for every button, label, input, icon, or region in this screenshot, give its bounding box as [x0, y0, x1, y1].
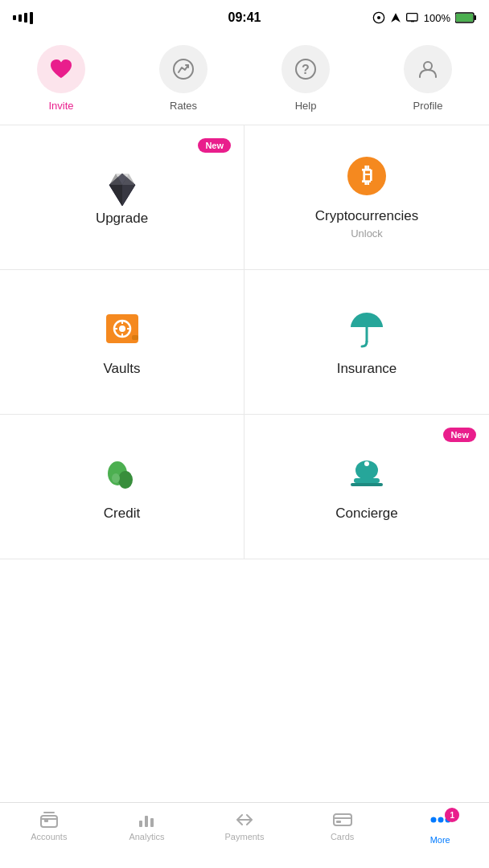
grid-cell-credit[interactable]: Credit [0, 415, 244, 559]
invite-circle [37, 45, 85, 93]
credit-icon [101, 452, 143, 494]
vault-icon [101, 308, 143, 350]
grid-cell-crypto[interactable]: ₿ Cryptocurrencies Unlock [244, 125, 489, 270]
concierge-title: Concierge [335, 506, 398, 522]
insurance-title: Insurance [337, 361, 397, 377]
main-grid: New Upgrade ₿ Cryptocurrencies Unlock [0, 125, 489, 559]
signal-bar-2 [18, 14, 22, 22]
grid-cell-insurance[interactable]: Insurance [244, 270, 489, 415]
svg-rect-33 [354, 478, 380, 483]
more-badge: 1 [445, 808, 459, 822]
status-time: 09:41 [228, 10, 261, 25]
svg-rect-3 [406, 14, 417, 21]
svg-text:₿: ₿ [362, 163, 372, 187]
cards-icon [332, 811, 353, 829]
rates-icon [172, 58, 195, 80]
svg-marker-2 [391, 13, 401, 23]
nav-more[interactable]: 1 More [391, 809, 489, 845]
profile-label: Profile [413, 100, 443, 112]
nav-accounts[interactable]: Accounts [0, 809, 98, 841]
svg-rect-4 [411, 21, 414, 22]
svg-rect-34 [351, 483, 383, 486]
help-icon: ? [294, 58, 317, 80]
accounts-label: Accounts [31, 832, 67, 841]
crypto-title: Cryptocurrencies [315, 208, 419, 224]
svg-text:?: ? [302, 63, 310, 76]
help-label: Help [295, 100, 317, 112]
help-circle: ? [281, 45, 330, 93]
svg-rect-44 [336, 821, 341, 823]
status-bar: 09:41 100% [0, 0, 489, 35]
analytics-icon [137, 811, 156, 829]
rates-circle [159, 45, 208, 93]
battery-text: 100% [424, 12, 450, 24]
crypto-subtitle: Unlock [351, 227, 383, 240]
nav-cards[interactable]: Cards [294, 809, 392, 841]
svg-point-35 [364, 461, 369, 466]
screen-icon [406, 13, 419, 23]
svg-rect-39 [145, 816, 148, 827]
battery-icon [455, 12, 476, 23]
svg-point-22 [119, 326, 125, 332]
quick-action-help[interactable]: ? Help [273, 45, 338, 112]
upgrade-title: Upgrade [96, 211, 148, 227]
svg-rect-36 [41, 816, 57, 827]
grid-cell-upgrade[interactable]: New Upgrade [0, 125, 244, 270]
vaults-title: Vaults [104, 361, 141, 377]
signal-bar-3 [24, 13, 27, 23]
location-icon [372, 11, 385, 24]
upgrade-badge: New [198, 138, 231, 153]
svg-point-45 [431, 817, 437, 823]
cards-label: Cards [331, 832, 354, 841]
status-right: 100% [372, 11, 476, 24]
quick-action-profile[interactable]: Profile [396, 45, 460, 112]
nav-analytics[interactable]: Analytics [98, 809, 196, 841]
svg-rect-40 [150, 818, 154, 827]
grid-cell-vaults[interactable]: Vaults [0, 270, 244, 415]
payments-icon [234, 811, 255, 829]
signal-bar-1 [13, 15, 16, 20]
accounts-icon [39, 811, 59, 829]
svg-rect-27 [132, 335, 138, 340]
more-label: More [430, 835, 450, 845]
grid-cell-concierge[interactable]: New Concierge [244, 415, 489, 559]
concierge-badge: New [443, 428, 476, 442]
more-icon-wrapper: 1 [429, 811, 451, 832]
svg-rect-42 [334, 814, 351, 825]
signal-bar-4 [30, 12, 33, 24]
concierge-icon [346, 452, 388, 494]
bottom-nav: Accounts Analytics Payments Cards [0, 802, 489, 868]
svg-point-46 [438, 817, 444, 823]
bitcoin-icon: ₿ [346, 155, 388, 197]
rates-label: Rates [170, 100, 197, 112]
svg-point-11 [424, 62, 432, 70]
profile-icon [417, 58, 439, 80]
svg-rect-6 [456, 14, 473, 22]
quick-action-invite[interactable]: Invite [29, 45, 93, 112]
nav-payments[interactable]: Payments [195, 809, 294, 841]
invite-label: Invite [48, 100, 73, 112]
quick-actions-row: Invite Rates ? Help Profile [0, 35, 489, 125]
signal-indicators [13, 12, 33, 24]
svg-point-1 [377, 16, 380, 19]
analytics-label: Analytics [129, 832, 164, 841]
heart-icon [49, 59, 73, 80]
svg-rect-7 [475, 15, 477, 20]
svg-rect-38 [139, 821, 142, 827]
svg-point-30 [118, 471, 133, 489]
svg-point-31 [112, 473, 120, 483]
quick-action-rates[interactable]: Rates [151, 45, 216, 112]
credit-title: Credit [104, 506, 140, 522]
navigation-icon [390, 12, 401, 23]
profile-circle [404, 45, 452, 93]
umbrella-icon [346, 308, 388, 350]
diamond-icon [101, 169, 143, 211]
payments-label: Payments [225, 832, 265, 841]
